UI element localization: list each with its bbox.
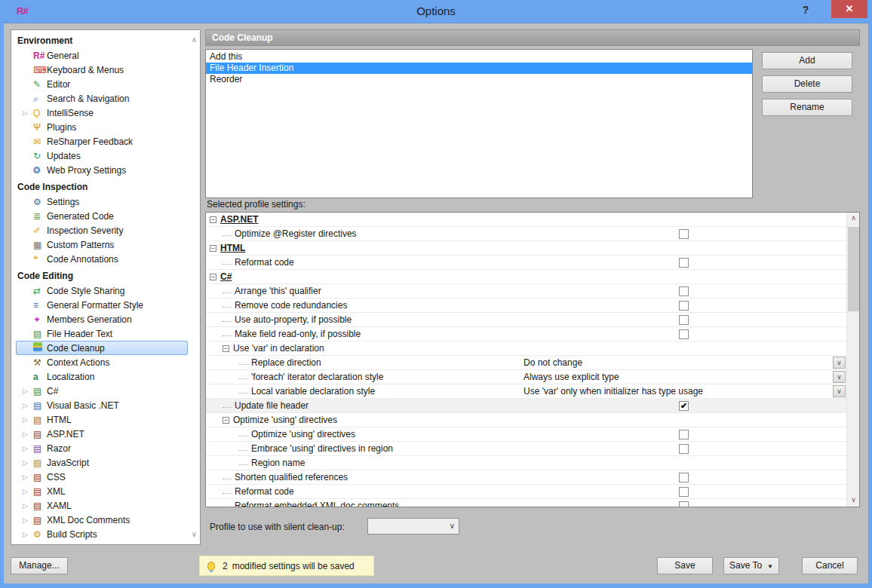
settings-row[interactable]: Shorten qualified references: [206, 470, 846, 485]
sidebar-item-keyboard-menus[interactable]: ⌨Keyboard & Menus: [16, 63, 188, 77]
sidebar-item-context-actions[interactable]: ⚒Context Actions: [16, 355, 188, 369]
expander-icon[interactable]: ▷: [23, 473, 33, 481]
settings-row[interactable]: −HTML: [206, 241, 846, 256]
settings-row[interactable]: Region name: [206, 456, 846, 470]
sidebar-item-css[interactable]: ▷▤CSS: [16, 470, 188, 484]
help-button[interactable]: ?: [798, 4, 813, 19]
collapse-icon[interactable]: −: [223, 417, 229, 424]
sidebar-item-search-navigation[interactable]: ⌕Search & Navigation: [16, 91, 188, 106]
profile-item[interactable]: Add this: [206, 51, 752, 63]
settings-row[interactable]: Reformat code: [206, 485, 846, 499]
scrollbar-thumb[interactable]: [848, 227, 859, 311]
checkbox[interactable]: [679, 444, 689, 454]
settings-scrollbar[interactable]: ∧ ∨: [846, 213, 859, 507]
sidebar-scroll-up-icon[interactable]: ∧: [192, 36, 197, 44]
settings-row[interactable]: Reformat embedded XML doc comments: [206, 499, 846, 507]
settings-row[interactable]: Optimize 'using' directives: [206, 427, 846, 442]
sidebar-item-updates[interactable]: ↻Updates: [16, 149, 188, 163]
expander-icon[interactable]: ▷: [23, 459, 33, 467]
collapse-icon[interactable]: −: [210, 245, 216, 252]
settings-row[interactable]: Optimize @Register directives: [206, 227, 846, 241]
sidebar-item-html[interactable]: ▷▤HTML: [16, 412, 188, 427]
collapse-icon[interactable]: −: [210, 274, 216, 280]
checkbox-checked[interactable]: ✔: [679, 401, 689, 411]
sidebar-item-intellisense[interactable]: ▷ϘIntelliSense: [16, 106, 188, 120]
expander-icon[interactable]: ▷: [23, 488, 33, 495]
checkbox[interactable]: [679, 329, 689, 339]
checkbox[interactable]: [679, 315, 689, 325]
dropdown-button[interactable]: ∨: [833, 371, 846, 383]
settings-row[interactable]: Embrace 'using' directives in region: [206, 442, 846, 456]
expander-icon[interactable]: ▷: [23, 109, 33, 117]
settings-row[interactable]: −Use 'var' in declaration: [206, 341, 846, 356]
sidebar-item-generated-code[interactable]: ≣Generated Code: [16, 209, 188, 223]
expander-icon[interactable]: ▷: [23, 445, 33, 452]
sidebar-item-c[interactable]: ▷▤C#: [16, 384, 188, 398]
cleanup-profiles-list[interactable]: Add thisFile Header InsertionReorder: [205, 49, 753, 198]
sidebar-item-editor[interactable]: ✎Editor: [16, 77, 188, 91]
settings-row[interactable]: Arrange 'this' qualifier: [206, 284, 846, 299]
sidebar-item-inspection-severity[interactable]: ✐Inspection Severity: [16, 223, 188, 237]
sidebar-item-xml[interactable]: ▷▤XML: [16, 484, 188, 498]
settings-row[interactable]: Remove code redundancies: [206, 299, 846, 313]
checkbox[interactable]: [679, 430, 689, 439]
save-to-button[interactable]: Save To▼: [723, 557, 779, 574]
save-button[interactable]: Save: [657, 557, 713, 574]
sidebar-item-javascript[interactable]: ▷▤JavaScript: [16, 455, 188, 470]
scroll-down-icon[interactable]: ∨: [847, 495, 860, 507]
settings-row[interactable]: 'foreach' iterator declaration styleAlwa…: [206, 370, 846, 384]
silent-profile-select[interactable]: ∨: [367, 518, 459, 534]
close-button[interactable]: ✕: [831, 0, 867, 18]
sidebar-item-visual-basic-net[interactable]: ▷▤Visual Basic .NET: [16, 398, 188, 412]
sidebar-item-plugins[interactable]: ΨPlugins: [16, 120, 188, 134]
sidebar-item-settings[interactable]: ⚙Settings: [16, 194, 188, 209]
sidebar-item-asp-net[interactable]: ▷▤ASP.NET: [16, 427, 188, 441]
settings-row[interactable]: −C#: [206, 270, 846, 284]
sidebar-item-code-annotations[interactable]: ❝Code Annotations: [16, 252, 188, 266]
sidebar-item-general-formatter-style[interactable]: ≡General Formatter Style: [16, 298, 188, 312]
manage-button[interactable]: Manage...: [11, 557, 68, 574]
settings-row[interactable]: Replace directionDo not change∨: [206, 356, 846, 370]
sidebar-item-resharper-feedback[interactable]: ✉ReSharper Feedback: [16, 134, 188, 149]
collapse-icon[interactable]: −: [210, 216, 216, 223]
sidebar-item-xml-doc-comments[interactable]: ▷▤XML Doc Comments: [16, 513, 188, 527]
sidebar-item-web-proxy-settings[interactable]: ❂Web Proxy Settings: [16, 163, 188, 177]
sidebar-item-custom-patterns[interactable]: ▦Custom Patterns: [16, 237, 188, 252]
sidebar-scroll-down-icon[interactable]: ∨: [192, 531, 197, 538]
checkbox[interactable]: [679, 258, 689, 268]
delete-button[interactable]: Delete: [762, 75, 852, 93]
sidebar-item-xaml[interactable]: ▷▤XAML: [16, 498, 188, 513]
settings-row[interactable]: Use auto-property, if possible: [206, 313, 846, 327]
settings-row[interactable]: Local variable declaration styleUse 'var…: [206, 384, 846, 399]
scroll-up-icon[interactable]: ∧: [847, 213, 860, 225]
checkbox[interactable]: [679, 473, 689, 482]
dropdown-button[interactable]: ∨: [833, 357, 846, 369]
checkbox[interactable]: [679, 286, 689, 296]
expander-icon[interactable]: ▷: [23, 402, 33, 409]
sidebar-item-file-header-text[interactable]: ▤File Header Text: [16, 326, 188, 341]
expander-icon[interactable]: ▷: [23, 531, 33, 538]
checkbox[interactable]: [679, 229, 689, 239]
expander-icon[interactable]: ▷: [23, 502, 33, 510]
expander-icon[interactable]: ▷: [23, 430, 33, 438]
sidebar-item-razor[interactable]: ▷▤Razor: [16, 441, 188, 455]
checkbox[interactable]: [679, 501, 689, 507]
dropdown-button[interactable]: ∨: [833, 385, 846, 397]
settings-row[interactable]: Make field read-only, if possible: [206, 327, 846, 341]
expander-icon[interactable]: ▷: [23, 516, 33, 524]
sidebar-item-build-scripts[interactable]: ▷⚙Build Scripts: [16, 527, 188, 541]
profile-item[interactable]: Reorder: [206, 74, 752, 85]
sidebar-item-general[interactable]: R#General: [16, 48, 188, 63]
expander-icon[interactable]: ▷: [23, 416, 33, 424]
settings-row[interactable]: −Optimize 'using' directives: [206, 413, 846, 427]
profile-item[interactable]: File Header Insertion: [206, 63, 752, 74]
settings-row[interactable]: Update file header✔: [206, 399, 846, 413]
sidebar-item-code-cleanup[interactable]: Code Cleanup: [16, 341, 188, 355]
settings-row[interactable]: −ASP.NET: [206, 213, 846, 227]
collapse-icon[interactable]: −: [223, 345, 229, 352]
rename-button[interactable]: Rename: [762, 99, 852, 116]
sidebar-item-localization[interactable]: aLocalization: [16, 369, 188, 384]
expander-icon[interactable]: ▷: [23, 387, 33, 395]
settings-row[interactable]: Reformat code: [206, 256, 846, 270]
sidebar-item-members-generation[interactable]: ✦Members Generation: [16, 312, 188, 326]
